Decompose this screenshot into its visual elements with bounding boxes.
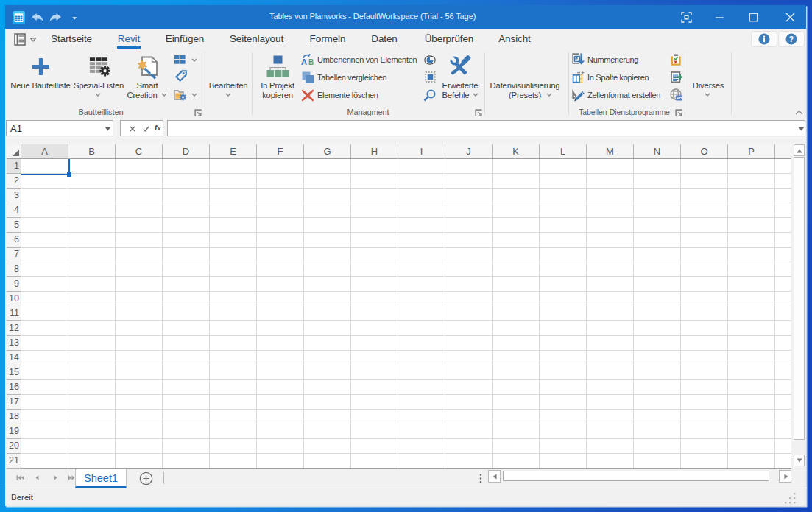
svg-text:?: ? (789, 35, 794, 43)
svg-text:B: B (308, 58, 314, 66)
svg-text:AB: AB (677, 96, 682, 100)
svg-text:A: A (301, 57, 307, 66)
